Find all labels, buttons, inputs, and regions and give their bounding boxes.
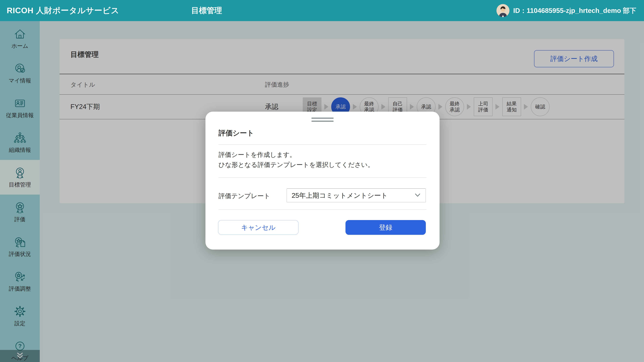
dialog-description-line2: ひな形となる評価テンプレートを選択してください。 xyxy=(218,161,374,169)
app-logo: RICOH 人財ポータルサービス xyxy=(7,5,119,16)
dialog-description-line1: 評価シートを作成します。 xyxy=(218,150,296,159)
page-title: 目標管理 xyxy=(191,0,222,21)
app-header: RICOH 人財ポータルサービス 目標管理 ID：1104685955-zjp_… xyxy=(0,0,644,21)
template-select-value: 25年上期コミットメントシート xyxy=(292,191,388,200)
divider xyxy=(218,177,426,178)
user-info: ID：1104685955-zjp_hrtech_demo 部下 xyxy=(496,0,636,21)
template-select[interactable]: 25年上期コミットメントシート xyxy=(286,188,426,202)
submit-button[interactable]: 登録 xyxy=(346,220,426,235)
template-field-label: 評価テンプレート xyxy=(218,192,270,200)
user-avatar[interactable] xyxy=(496,4,510,17)
evaluation-sheet-dialog: 評価シート 評価シートを作成します。 ひな形となる評価テンプレートを選択してくだ… xyxy=(206,112,440,250)
cancel-button[interactable]: キャンセル xyxy=(218,220,298,235)
divider xyxy=(218,144,426,145)
chevron-down-icon xyxy=(414,193,421,198)
divider xyxy=(218,209,426,210)
user-id-text: ID：1104685955-zjp_hrtech_demo 部下 xyxy=(513,6,636,15)
dialog-title: 評価シート xyxy=(218,128,254,138)
drag-handle[interactable] xyxy=(312,118,334,124)
